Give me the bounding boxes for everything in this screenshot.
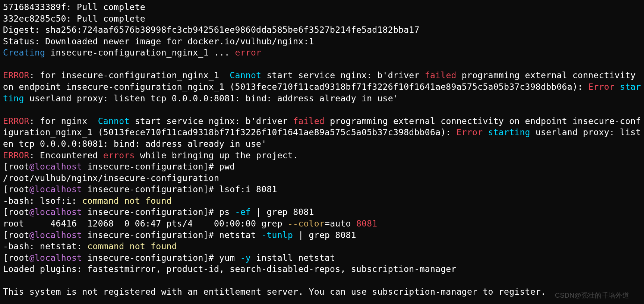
- output: -bash: lsof:i:: [3, 196, 82, 206]
- prompt: insecure-configuration]#: [82, 230, 219, 240]
- line: : for insecure-configuration_nginx_1: [29, 70, 230, 80]
- keyword: Error: [457, 127, 483, 137]
- command: lsof:i 8081: [219, 184, 277, 194]
- output: root 46416 12068 0 06:47 pts/4 00:00:00 …: [3, 219, 288, 228]
- prompt: [root: [3, 184, 29, 194]
- output: =auto: [325, 219, 356, 228]
- bash-not-found: command not found: [87, 241, 177, 251]
- line: while bringing up the project.: [135, 151, 299, 160]
- command: netstat: [219, 230, 261, 240]
- flag: -tunlp: [261, 230, 293, 240]
- prompt: [root: [3, 253, 29, 263]
- error-label: ERROR: [3, 151, 29, 160]
- output: /root/vulhub/nginx/insecure-configuratio…: [3, 173, 219, 183]
- error-label: ERROR: [3, 70, 29, 80]
- keyword: Cannot: [230, 70, 261, 80]
- command: | grep 8081: [251, 207, 314, 217]
- command: | grep 8081: [293, 230, 356, 240]
- line: userland proxy: listen tcp 0.0.0.0:8081:…: [24, 94, 398, 103]
- bash-not-found: command not found: [82, 196, 172, 206]
- prompt: [root: [3, 162, 29, 171]
- line: : for nginx: [29, 116, 98, 126]
- line: 57168433389f: Pull complete: [3, 2, 145, 12]
- command: pwd: [219, 162, 235, 171]
- compose-creating-label: Creating: [3, 48, 45, 57]
- prompt: insecure-configuration]#: [82, 253, 219, 263]
- keyword: failed: [425, 70, 457, 80]
- line: start service nginx: b'driver: [130, 116, 293, 126]
- prompt: insecure-configuration]#: [82, 184, 219, 194]
- flag: -y: [240, 253, 251, 263]
- line: 332ec8285c50: Pull complete: [3, 14, 145, 23]
- line: Status: Downloaded newer image for docke…: [3, 37, 314, 46]
- keyword: Error: [588, 82, 615, 92]
- command: yum: [219, 253, 240, 263]
- prompt-host: @localhost: [29, 162, 82, 171]
- prompt: [root: [3, 207, 29, 217]
- flag: -ef: [235, 207, 251, 217]
- status-error: error: [235, 48, 262, 57]
- error-label: ERROR: [3, 116, 29, 126]
- output: -bash: netstat:: [3, 241, 87, 251]
- keyword: Cannot: [98, 116, 130, 126]
- keyword: errors: [103, 151, 135, 160]
- keyword: starting: [488, 127, 530, 137]
- output: This system is not registered with an en…: [3, 287, 546, 297]
- flag: --color: [288, 219, 325, 228]
- command: install netstat: [251, 253, 335, 263]
- line: : Encountered: [29, 151, 103, 160]
- prompt-host: @localhost: [29, 253, 82, 263]
- output: Loaded plugins: fastestmirror, product-i…: [3, 264, 457, 274]
- prompt: insecure-configuration]#: [82, 162, 219, 171]
- line: start service nginx: b'driver: [261, 70, 425, 80]
- prompt-host: @localhost: [29, 207, 82, 217]
- line: Digest: sha256:724aaf6576b38998fc3cb9425…: [3, 25, 420, 35]
- prompt-host: @localhost: [29, 184, 82, 194]
- prompt: insecure-configuration]#: [82, 207, 219, 217]
- match: 8081: [356, 219, 378, 228]
- prompt: [root: [3, 230, 29, 240]
- prompt-host: @localhost: [29, 230, 82, 240]
- line: [615, 82, 620, 92]
- command: ps: [219, 207, 235, 217]
- line: insecure-configuration_nginx_1 ...: [45, 48, 235, 57]
- terminal-output[interactable]: 57168433389f: Pull complete 332ec8285c50…: [0, 0, 644, 299]
- line: [483, 127, 488, 137]
- keyword: failed: [293, 116, 325, 126]
